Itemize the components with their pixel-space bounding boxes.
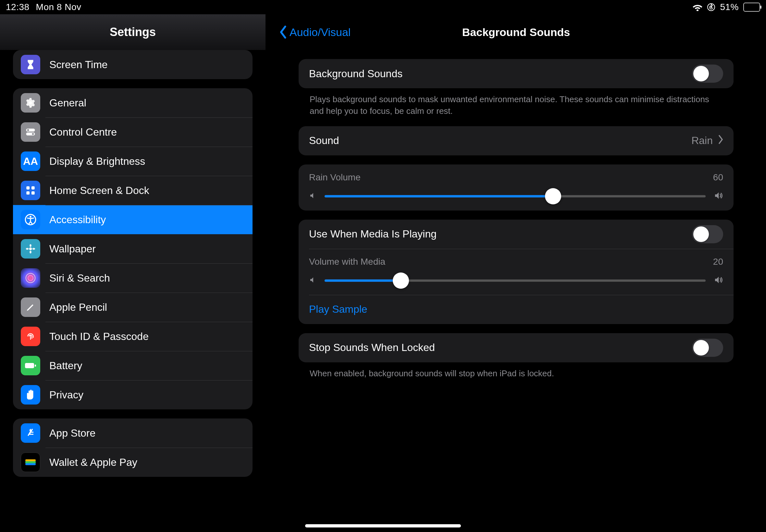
speaker-low-icon — [309, 276, 317, 285]
pencil-icon — [21, 297, 40, 317]
flower-icon — [21, 239, 40, 259]
svg-point-14 — [30, 244, 31, 247]
sidebar-item-label: Wallpaper — [49, 243, 96, 255]
battery-icon — [743, 3, 760, 12]
wallet-icon — [21, 453, 40, 472]
sidebar-item-label: App Store — [49, 427, 95, 439]
svg-rect-1 — [711, 6, 712, 8]
aa-icon: AA — [21, 151, 40, 171]
slider-label: Rain Volume — [309, 172, 360, 183]
cell-value: Rain — [691, 135, 713, 147]
hand-icon — [21, 385, 40, 405]
status-bar: 12:38 Mon 8 Nov 51% — [0, 0, 766, 14]
switch[interactable] — [692, 225, 723, 243]
battery-percent: 51% — [720, 2, 739, 12]
slider-label: Volume with Media — [309, 257, 385, 267]
sidebar-item-label: Privacy — [49, 389, 83, 401]
section-footer: When enabled, background sounds will sto… — [298, 362, 734, 379]
cell-background-sounds: Background Sounds — [298, 59, 734, 88]
sidebar-item-label: Battery — [49, 360, 82, 372]
status-time: 12:38 — [6, 2, 30, 12]
sidebar-item-general[interactable]: General — [13, 88, 252, 117]
cell-label: Background Sounds — [309, 68, 403, 80]
switch[interactable] — [692, 65, 723, 83]
sidebar-item-control-centre[interactable]: Control Centre — [13, 117, 252, 147]
chevron-right-icon — [718, 135, 723, 147]
sidebar-item-battery[interactable]: Battery — [13, 351, 252, 380]
sidebar-title: Settings — [110, 25, 156, 39]
sidebar-item-wallpaper[interactable]: Wallpaper — [13, 234, 252, 263]
svg-rect-7 — [26, 186, 30, 189]
svg-rect-8 — [31, 186, 35, 189]
section-footer: Plays background sounds to mask unwanted… — [298, 88, 734, 117]
sidebar-item-label: Siri & Search — [49, 272, 110, 284]
svg-rect-9 — [26, 191, 30, 195]
content-pane: Audio/Visual Background Sounds Backgroun… — [266, 14, 766, 532]
switch[interactable] — [692, 339, 723, 357]
slider-track[interactable] — [324, 274, 706, 287]
sidebar-item-screen-time[interactable]: Screen Time — [13, 50, 252, 79]
speaker-high-icon — [713, 191, 723, 202]
sidebar-item-label: Home Screen & Dock — [49, 185, 149, 197]
svg-point-12 — [30, 216, 31, 218]
hourglass-icon — [21, 55, 40, 74]
sidebar-item-display-brightness[interactable]: AADisplay & Brightness — [13, 147, 252, 176]
sidebar-item-label: Touch ID & Passcode — [49, 331, 149, 343]
cell-sound[interactable]: SoundRain — [298, 126, 734, 155]
speaker-low-icon — [309, 192, 317, 201]
cell-label: Stop Sounds When Locked — [309, 342, 435, 354]
toggles-icon — [21, 122, 40, 142]
sidebar-item-label: Apple Pencil — [49, 301, 107, 313]
sidebar-item-label: Screen Time — [49, 59, 108, 71]
status-date: Mon 8 Nov — [36, 2, 81, 12]
cell-stop-sounds-when-locked: Stop Sounds When Locked — [298, 333, 734, 362]
back-button[interactable]: Audio/Visual — [279, 26, 350, 39]
svg-rect-20 — [25, 363, 34, 368]
accessibility-icon — [21, 210, 40, 229]
sidebar-item-apple-pencil[interactable]: Apple Pencil — [13, 293, 252, 322]
speaker-high-icon — [713, 275, 723, 286]
link-label: Play Sample — [309, 303, 367, 315]
svg-rect-23 — [25, 459, 36, 461]
svg-point-17 — [32, 248, 35, 250]
sidebar-item-label: Accessibility — [49, 214, 106, 226]
sidebar-item-wallet-apple-pay[interactable]: Wallet & Apple Pay — [13, 448, 252, 477]
svg-rect-25 — [25, 463, 36, 465]
wifi-icon — [693, 3, 702, 11]
slider-value: 20 — [713, 257, 723, 267]
siri-icon — [21, 268, 40, 288]
svg-point-15 — [30, 251, 31, 254]
back-label: Audio/Visual — [289, 26, 350, 39]
cell-label: Use When Media Is Playing — [309, 228, 437, 240]
sidebar-item-privacy[interactable]: Privacy — [13, 380, 252, 409]
appstore-icon — [21, 423, 40, 443]
sidebar-header: Settings — [0, 14, 265, 50]
rotation-lock-icon — [707, 3, 715, 11]
sidebar-item-app-store[interactable]: App Store — [13, 418, 252, 448]
sidebar-item-home-screen-dock[interactable]: Home Screen & Dock — [13, 176, 252, 205]
slider-value: 60 — [713, 172, 723, 183]
gear-icon — [21, 93, 40, 113]
grid-icon — [21, 181, 40, 200]
sidebar: Settings Screen TimeGeneralControl Centr… — [0, 14, 266, 532]
link-play-sample[interactable]: Play Sample — [298, 295, 734, 324]
sidebar-item-siri-search[interactable]: Siri & Search — [13, 263, 252, 293]
sidebar-item-accessibility[interactable]: Accessibility — [13, 205, 252, 234]
svg-rect-10 — [31, 191, 35, 195]
slider-volume-with-media: Volume with Media20 — [298, 249, 734, 295]
nav-bar: Audio/Visual Background Sounds — [266, 14, 766, 50]
fingerprint-icon — [21, 327, 40, 346]
cell-use-when-media-is-playing: Use When Media Is Playing — [298, 220, 734, 249]
slider-rain-volume: Rain Volume60 — [298, 164, 734, 211]
svg-point-19 — [28, 275, 33, 281]
home-indicator[interactable] — [305, 524, 461, 527]
svg-point-13 — [29, 248, 32, 250]
svg-point-16 — [26, 248, 29, 250]
sidebar-item-label: Control Centre — [49, 126, 117, 138]
svg-point-6 — [32, 133, 34, 135]
slider-track[interactable] — [324, 190, 706, 203]
sidebar-item-touch-id-passcode[interactable]: Touch ID & Passcode — [13, 322, 252, 351]
sidebar-item-label: Wallet & Apple Pay — [49, 456, 137, 468]
svg-point-18 — [26, 273, 35, 283]
svg-point-4 — [27, 129, 29, 131]
